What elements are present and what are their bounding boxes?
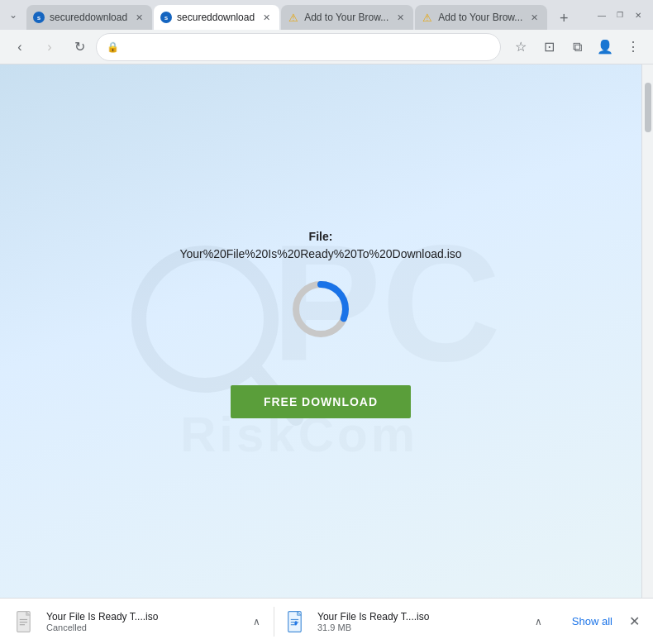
tab-4-close[interactable]: ✕ <box>527 11 541 24</box>
restore-button[interactable]: ❐ <box>612 7 628 23</box>
show-all-button[interactable]: Show all <box>565 612 619 631</box>
tab-3-close[interactable]: ✕ <box>393 11 407 24</box>
tab-1[interactable]: s secureddownload ✕ <box>26 5 152 30</box>
download-item-2: Your File Is Ready T....iso 31.9 MB ∧ <box>281 607 546 637</box>
scroll-thumb[interactable] <box>645 83 651 132</box>
browser-window: ⌄ s secureddownload ✕ s secureddownload … <box>0 0 653 644</box>
scrollbar[interactable] <box>641 64 653 598</box>
tab-2-close[interactable]: ✕ <box>260 11 273 24</box>
svg-rect-10 <box>20 624 25 625</box>
tab-4[interactable]: ⚠ Add to Your Brow... ✕ <box>415 5 547 30</box>
tab-3-label: Add to Your Brow... <box>304 12 388 23</box>
back-button[interactable]: ‹ <box>7 34 33 60</box>
download-item-1: Your File Is Ready T....iso Cancelled ∧ <box>10 607 274 637</box>
download-item-1-filename: Your File Is Ready T....iso <box>46 611 243 623</box>
tab-3[interactable]: ⚠ Add to Your Brow... ✕ <box>281 5 413 30</box>
tab-4-favicon: ⚠ <box>422 12 433 23</box>
bookmark-button[interactable]: ☆ <box>508 34 534 60</box>
tab-2-favicon: s <box>160 12 172 23</box>
download-item-1-chevron[interactable]: ∧ <box>250 613 264 631</box>
download-item-2-icon <box>281 607 311 637</box>
svg-rect-9 <box>20 622 27 623</box>
extensions-button[interactable]: ⧉ <box>564 34 590 60</box>
download-item-1-icon <box>10 607 40 637</box>
new-tab-button[interactable]: + <box>552 7 575 30</box>
svg-rect-8 <box>20 618 27 619</box>
tab-1-favicon: s <box>33 12 45 23</box>
main-content: File: Your%20File%20Is%20Ready%20To%20Do… <box>179 228 461 418</box>
download-item-2-chevron[interactable]: ∧ <box>531 613 546 631</box>
svg-rect-13 <box>291 618 298 619</box>
download-item-2-details: Your File Is Ready T....iso 31.9 MB <box>317 611 525 632</box>
toolbar: ‹ › ↻ 🔒 ☆ ⊡ ⧉ 👤 ⋮ <box>0 30 653 64</box>
file-name: Your%20File%20Is%20Ready%20To%20Download… <box>179 247 461 260</box>
tab-1-label: secureddownload <box>50 12 127 23</box>
page-area: PC RiskCom File: Your%20File%20Is%20Read… <box>0 64 653 598</box>
tab-2-label: secureddownload <box>177 12 255 23</box>
toolbar-right-buttons: ☆ ⊡ ⧉ 👤 ⋮ <box>508 34 646 60</box>
download-item-2-filename: Your File Is Ready T....iso <box>317 611 525 623</box>
close-button[interactable]: ✕ <box>630 7 646 23</box>
profile-button[interactable]: 👤 <box>592 34 618 60</box>
window-controls: — ❐ ✕ <box>593 7 650 23</box>
reload-button[interactable]: ↻ <box>66 34 93 60</box>
tab-4-label: Add to Your Brow... <box>438 12 522 23</box>
address-bar[interactable] <box>126 41 490 53</box>
svg-rect-17 <box>295 621 297 624</box>
forward-button[interactable]: › <box>36 34 63 60</box>
file-info: File: Your%20File%20Is%20Ready%20To%20Do… <box>179 228 461 263</box>
cast-button[interactable]: ⊡ <box>536 34 562 60</box>
downloads-bar-right: Show all ✕ <box>565 610 643 632</box>
download-item-1-status: Cancelled <box>46 623 243 632</box>
svg-rect-14 <box>291 622 298 623</box>
file-label: File: <box>309 230 333 243</box>
tab-3-favicon: ⚠ <box>288 12 299 23</box>
title-bar: ⌄ s secureddownload ✕ s secureddownload … <box>0 0 653 30</box>
download-item-2-size: 31.9 MB <box>317 623 525 632</box>
downloads-bar: Your File Is Ready T....iso Cancelled ∧ <box>0 598 653 644</box>
circle-progress-container <box>288 276 354 342</box>
tab-collapse-button[interactable]: ⌄ <box>3 5 23 25</box>
address-bar-container[interactable]: 🔒 <box>96 33 501 61</box>
close-downloads-bar-button[interactable]: ✕ <box>626 610 643 632</box>
tab-1-close[interactable]: ✕ <box>132 11 145 24</box>
tabs-area: s secureddownload ✕ s secureddownload ✕ … <box>26 0 587 30</box>
lock-icon: 🔒 <box>107 41 119 53</box>
menu-button[interactable]: ⋮ <box>620 34 646 60</box>
minimize-button[interactable]: — <box>593 7 610 23</box>
free-download-button[interactable]: FREE DOWNLOAD <box>231 385 411 418</box>
tab-2[interactable]: s secureddownload ✕ <box>154 5 279 30</box>
download-item-1-details: Your File Is Ready T....iso Cancelled <box>46 611 243 632</box>
page-content: PC RiskCom File: Your%20File%20Is%20Read… <box>0 64 641 598</box>
